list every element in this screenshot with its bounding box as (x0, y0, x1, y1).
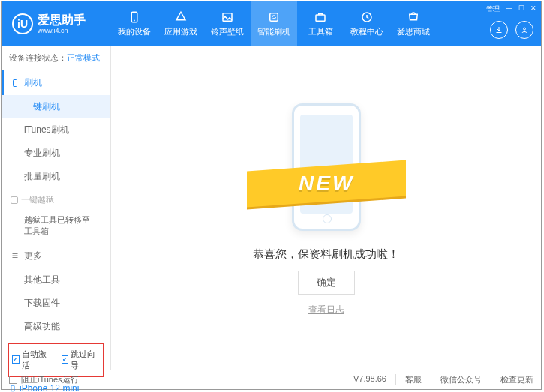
checkbox-label: 自动激活 (22, 349, 51, 371)
book-icon (359, 10, 374, 24)
nav-label: 工具箱 (308, 26, 333, 37)
phone-small-icon (11, 79, 20, 88)
svg-rect-4 (316, 15, 325, 21)
settings-link[interactable]: 管理 (486, 4, 500, 14)
status-bar: 阻止iTunes运行 V7.98.66 客服 微信公众号 检查更新 (2, 370, 541, 389)
menu-icon (11, 251, 20, 260)
app-logo: iU 爱思助手 www.i4.cn (2, 13, 111, 34)
sidebar-item-other[interactable]: 其他工具 (2, 268, 110, 292)
download-icon (494, 25, 503, 34)
toolbox-icon (313, 10, 328, 24)
maximize-button[interactable]: ☐ (518, 4, 524, 14)
update-link[interactable]: 检查更新 (491, 374, 533, 385)
download-button[interactable] (490, 21, 508, 39)
cart-icon (406, 10, 421, 24)
svg-rect-3 (270, 13, 278, 22)
sidebar-item-advanced[interactable]: 高级功能 (2, 315, 110, 338)
sidebar-item-itunes[interactable]: iTunes刷机 (2, 118, 110, 142)
nav-flash[interactable]: 智能刷机 (251, 1, 297, 46)
checkbox-label: 阻止iTunes运行 (21, 374, 79, 385)
nav-label: 教程中心 (350, 26, 383, 37)
app-icon (173, 10, 188, 24)
nav-label: 铃声壁纸 (211, 26, 244, 37)
window-controls: 管理 — ☐ ✕ (486, 4, 536, 14)
main-content: NEW 恭喜您，保资料刷机成功啦！ 确定 查看日志 (111, 46, 541, 370)
svg-point-6 (524, 28, 526, 30)
app-header: iU 爱思助手 www.i4.cn 我的设备 应用游戏 铃声壁纸 智能刷机 (2, 1, 541, 46)
version-label: V7.98.66 (353, 374, 386, 385)
sidebar-item-oneclick[interactable]: 一键刷机 (2, 95, 110, 118)
nav-ringtones[interactable]: 铃声壁纸 (204, 1, 251, 46)
phone-icon (127, 10, 142, 24)
close-button[interactable]: ✕ (530, 4, 536, 14)
nav-tutorials[interactable]: 教程中心 (344, 1, 390, 46)
svg-rect-7 (14, 79, 17, 86)
wechat-link[interactable]: 微信公众号 (431, 374, 482, 385)
checkbox-label: 跳过向导 (71, 349, 100, 371)
nav-label: 我的设备 (118, 26, 151, 37)
sidebar-group-jailbreak: 一键越狱 (2, 188, 110, 211)
support-link[interactable]: 客服 (395, 374, 422, 385)
nav-toolbox[interactable]: 工具箱 (297, 1, 344, 46)
nav-apps[interactable]: 应用游戏 (158, 1, 204, 46)
app-title: 爱思助手 (38, 13, 86, 27)
checkbox-icon (9, 376, 17, 384)
nav-label: 智能刷机 (257, 26, 290, 37)
app-url: www.i4.cn (38, 27, 86, 34)
nav-label: 爱思商城 (397, 26, 430, 37)
checkmark-icon: ✔ (12, 355, 20, 364)
sidebar-group-flash[interactable]: 刷机 (2, 70, 110, 95)
group-title: 更多 (24, 250, 42, 262)
nav-label: 应用游戏 (164, 26, 197, 37)
new-ribbon: NEW (247, 160, 406, 208)
lock-icon (11, 196, 18, 204)
minimize-button[interactable]: — (506, 4, 512, 14)
nav-my-device[interactable]: 我的设备 (111, 1, 158, 46)
user-button[interactable] (515, 21, 533, 39)
user-icon (520, 25, 529, 34)
sidebar-group-more[interactable]: 更多 (2, 244, 110, 268)
group-title: 一键越狱 (21, 194, 54, 205)
sidebar: 设备连接状态：正常模式 刷机 一键刷机 iTunes刷机 专业刷机 批量刷机 一… (2, 46, 111, 370)
success-message: 恭喜您，保资料刷机成功啦！ (253, 247, 399, 262)
logo-icon: iU (12, 13, 33, 34)
ok-button[interactable]: 确定 (298, 271, 355, 295)
sidebar-item-batch[interactable]: 批量刷机 (2, 165, 110, 188)
sidebar-item-download-fw[interactable]: 下载固件 (2, 292, 110, 315)
jailbreak-note: 越狱工具已转移至 工具箱 (2, 211, 110, 244)
sidebar-item-pro[interactable]: 专业刷机 (2, 142, 110, 165)
connection-status: 设备连接状态：正常模式 (2, 46, 110, 70)
skip-guide-checkbox[interactable]: ✔ 跳过向导 (62, 349, 101, 371)
checkmark-icon: ✔ (62, 355, 69, 364)
top-nav: 我的设备 应用游戏 铃声壁纸 智能刷机 工具箱 教程中心 (111, 1, 541, 46)
wallpaper-icon (220, 10, 235, 24)
auto-activate-checkbox[interactable]: ✔ 自动激活 (12, 349, 51, 371)
block-itunes-checkbox[interactable]: 阻止iTunes运行 (9, 374, 79, 385)
success-illustration: NEW (251, 100, 401, 238)
view-log-link[interactable]: 查看日志 (308, 304, 344, 316)
refresh-icon (266, 10, 281, 24)
group-title: 刷机 (24, 76, 42, 89)
nav-store[interactable]: 爱思商城 (390, 1, 437, 46)
